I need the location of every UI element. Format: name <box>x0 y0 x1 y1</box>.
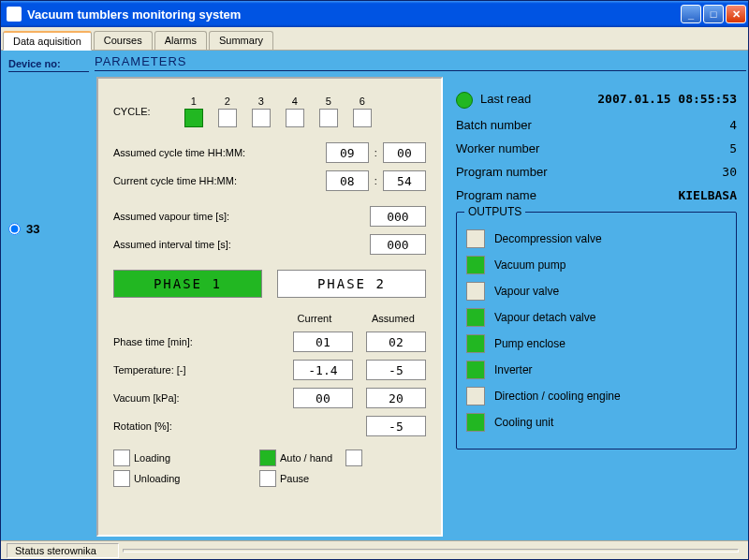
last-read-label: Last read <box>480 92 531 106</box>
phase-time-current[interactable] <box>293 332 353 352</box>
phase-2-button[interactable]: PHASE 2 <box>277 270 426 298</box>
phase-row: PHASE 1 PHASE 2 <box>113 270 426 298</box>
output-label: Direction / cooling engine <box>494 390 621 403</box>
info-panel: Last read 2007.01.15 08:55:53 Batch numb… <box>448 77 744 537</box>
temperature-label: Temperature: [-] <box>113 364 293 376</box>
cycle-2-box[interactable] <box>218 109 237 127</box>
program-num-value: 30 <box>722 165 737 179</box>
output-indicator <box>466 308 485 327</box>
assumed-interval[interactable] <box>370 234 426 255</box>
current-cycle-mm[interactable] <box>383 170 426 191</box>
column-headers: Current Assumed <box>113 313 426 324</box>
assumed-vapour[interactable] <box>370 206 426 227</box>
assumed-vapour-label: Assumed vapour time [s]: <box>113 211 370 222</box>
temperature-current[interactable] <box>293 360 353 380</box>
tab-courses[interactable]: Courses <box>94 31 153 50</box>
app-icon <box>7 7 22 22</box>
assumed-cycle-label: Assumed cycle time HH:MM: <box>113 147 326 158</box>
worker-label: Worker number <box>456 141 539 155</box>
phase-time-row: Phase time [min]: <box>113 332 426 352</box>
output-label: Vacuum pump <box>494 258 565 272</box>
tab-summary[interactable]: Summary <box>209 31 273 50</box>
assumed-cycle-hh[interactable] <box>326 142 369 163</box>
cycle-5-box[interactable] <box>319 109 338 127</box>
output-indicator <box>466 413 485 432</box>
unloading-check[interactable]: Unloading <box>113 470 254 487</box>
vacuum-label: Vacuum [kPa]: <box>113 392 293 404</box>
rotation-current[interactable] <box>366 416 426 436</box>
output-2: Vapour valve <box>466 282 727 301</box>
status-text: Status sterownika <box>7 543 119 558</box>
device-radio-input[interactable] <box>8 223 21 235</box>
output-5: Inverter <box>466 361 727 379</box>
program-name-label: Program name <box>456 188 536 202</box>
col-assumed: Assumed <box>360 313 426 324</box>
program-num-label: Program number <box>456 165 548 179</box>
assumed-interval-row: Assumed interval time [s]: <box>113 234 426 255</box>
output-6: Direction / cooling engine <box>466 387 727 405</box>
assumed-vapour-row: Assumed vapour time [s]: <box>113 206 426 227</box>
batch-value: 4 <box>729 118 737 132</box>
output-7: Cooling unit <box>466 413 727 432</box>
output-indicator <box>466 282 485 301</box>
output-3: Vapour detach valve <box>466 308 727 327</box>
rotation-label: Rotation [%]: <box>113 420 366 432</box>
parameters: CYCLE: 123456 Assumed cycle time HH:MM: … <box>95 75 746 538</box>
outputs-group: OUTPUTS Decompression valveVacuum pumpVa… <box>456 212 737 449</box>
device-radio[interactable]: 33 <box>8 222 89 236</box>
output-0: Decompression valve <box>466 229 727 248</box>
output-indicator <box>466 361 485 379</box>
batch-label: Batch number <box>456 118 532 132</box>
tab-strip: Data aquisitionCoursesAlarmsSummary <box>1 27 748 51</box>
cycle-label: CYCLE: <box>113 106 184 117</box>
phase-time-label: Phase time [min]: <box>113 336 293 347</box>
phase-1-button[interactable]: PHASE 1 <box>113 270 262 298</box>
device-column: Device no: 33 <box>3 52 95 538</box>
vacuum-assumed[interactable] <box>366 388 426 408</box>
minimize-button[interactable]: _ <box>681 5 701 23</box>
cycle-1-box[interactable] <box>184 109 203 127</box>
output-1: Vacuum pump <box>466 256 727 274</box>
timestamp: 2007.01.15 08:55:53 <box>597 92 737 109</box>
vacuum-row: Vacuum [kPa]: <box>113 388 426 408</box>
tab-alarms[interactable]: Alarms <box>154 31 207 50</box>
output-indicator <box>466 387 485 405</box>
output-4: Pump enclose <box>466 334 727 353</box>
output-indicator <box>466 256 485 274</box>
output-label: Vapour valve <box>494 285 559 298</box>
autohand-check[interactable]: Auto / hand <box>259 449 362 466</box>
col-current: Current <box>282 313 347 324</box>
assumed-cycle-row: Assumed cycle time HH:MM: : <box>113 142 426 163</box>
titlebar: Vacuum tumblers monitoring system _ □ ✕ <box>1 1 748 27</box>
program-name-value: KIELBASA <box>678 188 737 202</box>
cycle-4-box[interactable] <box>286 109 304 127</box>
output-label: Pump enclose <box>494 337 565 350</box>
outputs-legend: OUTPUTS <box>464 205 525 218</box>
content: Device no: 33 PARAMETERS CYCLE: 123456 A… <box>1 51 748 540</box>
current-cycle-row: Current cycle time HH:MM: : <box>113 170 426 191</box>
assumed-interval-label: Assumed interval time [s]: <box>113 239 370 250</box>
maximize-button[interactable]: □ <box>703 5 724 23</box>
tab-data-aquisition[interactable]: Data aquisition <box>3 31 92 51</box>
current-cycle-hh[interactable] <box>326 170 369 191</box>
temperature-assumed[interactable] <box>366 360 426 380</box>
vacuum-current[interactable] <box>293 388 353 408</box>
cycle-3-box[interactable] <box>252 109 271 127</box>
device-number: 33 <box>26 222 39 236</box>
phase-time-assumed[interactable] <box>366 332 426 352</box>
loading-check[interactable]: Loading <box>113 449 254 466</box>
window-title: Vacuum tumblers monitoring system <box>25 7 681 22</box>
close-button[interactable]: ✕ <box>726 5 746 23</box>
cycle-row: CYCLE: 123456 <box>113 96 426 127</box>
window-buttons: _ □ ✕ <box>681 5 746 23</box>
cycle-boxes: 123456 <box>184 96 372 127</box>
pause-check[interactable]: Pause <box>259 470 362 487</box>
output-label: Vapour detach valve <box>494 311 596 324</box>
params-panel: CYCLE: 123456 Assumed cycle time HH:MM: … <box>96 77 443 537</box>
output-indicator <box>466 229 485 248</box>
cycle-6-box[interactable] <box>353 109 372 127</box>
worker-value: 5 <box>729 141 737 155</box>
app-window: Vacuum tumblers monitoring system _ □ ✕ … <box>0 0 749 560</box>
parameters-header: PARAMETERS <box>95 52 746 71</box>
assumed-cycle-mm[interactable] <box>383 142 426 163</box>
